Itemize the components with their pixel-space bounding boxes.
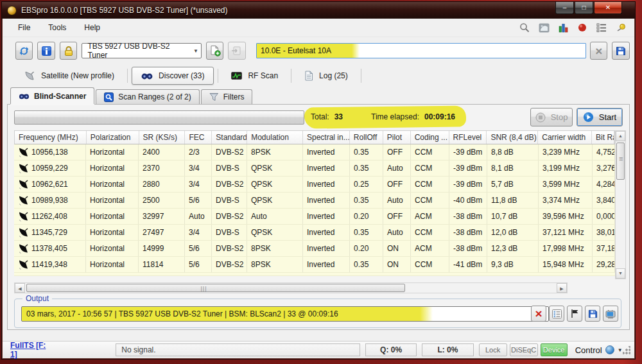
tab-discover-label: Discover (33) — [159, 71, 204, 80]
tab-scan-ranges[interactable]: Scan Ranges (2 of 2) — [96, 89, 199, 104]
column-header[interactable]: Frequency (MHz) — [15, 131, 87, 144]
flag-button[interactable] — [567, 306, 582, 322]
satellite-input[interactable] — [256, 43, 586, 58]
tab-log[interactable]: Log (25) — [295, 67, 357, 85]
table-cell: DVB-S2 — [212, 177, 247, 192]
column-header[interactable]: SNR (8,4 dB) — [487, 131, 538, 144]
status-message: No signal. — [121, 345, 155, 354]
status-bar: FullTS [F: 1] No signal. Q: 0% L: 0% Loc… — [3, 341, 634, 358]
table-cell: Horizontal — [86, 160, 139, 176]
menu-tools[interactable]: Tools — [48, 23, 66, 32]
table-cell: 8,1 dB — [487, 160, 539, 176]
tab-filters[interactable]: Filters — [201, 89, 253, 104]
table-cell: 3,374 MHz — [539, 193, 593, 208]
record-icon[interactable] — [577, 22, 588, 33]
satellite-image-icon[interactable] — [538, 22, 550, 33]
refresh-button[interactable] — [15, 42, 33, 60]
device-select[interactable]: TBS 5927 USB DVB-S2 Tuner ▼ — [82, 43, 202, 58]
table-cell: 0,000 M — [593, 209, 615, 224]
output-select[interactable]: 03 mars, 2017 - 10:56 57 | TBS 5927 USB … — [21, 306, 549, 322]
table-cell: DVB-S2 — [212, 257, 247, 272]
table-cell: CCM — [411, 257, 449, 272]
table-cell: QPSK — [247, 160, 303, 176]
control-menu[interactable]: Control ▼ — [575, 345, 623, 355]
satellite-dish-icon — [18, 179, 28, 189]
details-list-button[interactable] — [549, 306, 564, 322]
horizontal-scroll-thumb[interactable] — [26, 284, 405, 292]
partial-row — [14, 273, 615, 276]
close-button[interactable]: ✕ — [594, 2, 622, 14]
level-panel: L: 0% — [422, 343, 473, 356]
scroll-left-arrow[interactable]: ◀ — [15, 283, 25, 293]
tv-preview-button[interactable] — [603, 306, 618, 322]
edit-transponders-button[interactable] — [228, 42, 245, 60]
diseqc-button[interactable]: DiSEqC — [510, 343, 538, 356]
save-output-button[interactable] — [585, 306, 600, 322]
lock-button[interactable] — [60, 42, 77, 60]
main-tab-bar: Satellite (New profile) Discover (33) RF… — [3, 64, 634, 87]
column-header[interactable]: Bit Rat — [592, 131, 614, 144]
device-button[interactable]: Device — [541, 343, 568, 356]
table-cell: 32997 — [139, 209, 185, 224]
scroll-up-arrow[interactable]: ▲ — [616, 131, 625, 141]
table-cell: 17,998 MHz — [539, 241, 593, 256]
column-header[interactable]: SR (KS/s) — [139, 131, 186, 144]
chart-icon[interactable] — [557, 22, 569, 33]
column-header[interactable]: Polarization — [87, 131, 139, 144]
column-header[interactable]: Spectral in... — [303, 131, 350, 144]
column-header[interactable]: RollOff — [350, 131, 383, 144]
tab-blind-scanner[interactable]: Blind-Scanner — [10, 87, 94, 104]
checklist-icon[interactable] — [596, 22, 607, 33]
table-cell: Horizontal — [86, 241, 139, 256]
scroll-right-arrow[interactable]: ▶ — [557, 283, 567, 293]
table-row[interactable]: 10959,229Horizontal23703/4DVB-SQPSKInver… — [14, 160, 615, 177]
lock-indicator-button[interactable]: Lock — [479, 343, 507, 356]
scroll-down-arrow[interactable]: ▼ — [616, 268, 625, 279]
column-header[interactable]: RFLevel — [449, 131, 487, 144]
column-header[interactable]: Pilot — [383, 131, 411, 144]
start-button[interactable]: Start — [577, 108, 623, 126]
search-icon[interactable] — [519, 22, 530, 33]
table-row[interactable]: 10962,621Horizontal28803/4DVB-S2QPSKInve… — [14, 177, 615, 193]
table-row[interactable]: 11378,405Horizontal149995/6DVB-S28PSKInv… — [14, 241, 615, 257]
table-row[interactable]: 10956,138Horizontal24002/3DVB-S28PSKInve… — [14, 144, 615, 160]
table-header-row: Frequency (MHz)PolarizationSR (KS/s)FECS… — [14, 130, 615, 144]
minimize-button[interactable]: – — [555, 2, 574, 14]
stop-button[interactable]: Stop — [530, 108, 573, 126]
tab-discover[interactable]: Discover (33) — [132, 67, 214, 85]
column-header[interactable]: Standard — [212, 131, 247, 144]
vertical-scroll-thumb[interactable] — [616, 143, 625, 180]
table-cell: 29,284 — [593, 257, 615, 272]
save-profile-button[interactable] — [612, 42, 629, 60]
table-cell: 12,3 dB — [487, 241, 539, 256]
elapsed-label: Time elapsed: — [371, 112, 419, 121]
clear-input-button[interactable]: × — [590, 42, 607, 60]
pushpin-icon[interactable] — [615, 22, 627, 33]
table-row[interactable]: 11262,408Horizontal32997AutoDVB-S2AutoIn… — [14, 209, 615, 225]
delete-output-button[interactable]: × — [531, 306, 546, 322]
title-bar[interactable]: EBSpro 16.0.0.0 [TBS 5927 USB DVB-S2 Tun… — [2, 2, 635, 19]
tab-log-label: Log (25) — [319, 71, 348, 80]
divider — [127, 69, 128, 83]
table-row[interactable]: 11419,348Horizontal118145/6DVB-S28PSKInv… — [14, 257, 615, 273]
column-header[interactable]: Carrier width — [538, 131, 592, 144]
resize-grip[interactable] — [623, 346, 630, 354]
fullts-link[interactable]: FullTS [F: 1] — [10, 341, 53, 359]
tab-rf-scan[interactable]: RF Scan — [222, 67, 287, 85]
tab-satellite[interactable]: Satellite (New profile) — [15, 67, 123, 85]
column-header[interactable]: Coding ... — [411, 131, 449, 144]
table-row[interactable]: 11345,729Horizontal274973/4DVB-SQPSKInve… — [14, 225, 615, 241]
control-icon — [605, 345, 614, 354]
maximize-button[interactable]: □ — [575, 2, 593, 14]
tab-satellite-label: Satellite (New profile) — [41, 71, 114, 80]
info-button[interactable] — [37, 42, 55, 60]
vertical-scrollbar[interactable]: ▲ ▼ — [615, 130, 626, 279]
table-row[interactable]: 10989,938Horizontal25005/6DVB-SQPSKInver… — [14, 193, 615, 209]
column-header[interactable]: Modulation — [247, 131, 303, 144]
menu-file[interactable]: File — [18, 23, 30, 32]
horizontal-scrollbar[interactable]: ◀ ▶ — [14, 282, 568, 293]
table-cell: 8,8 dB — [487, 144, 539, 160]
column-header[interactable]: FEC — [185, 131, 212, 144]
menu-help[interactable]: Help — [84, 23, 100, 32]
new-profile-button[interactable] — [206, 42, 223, 60]
